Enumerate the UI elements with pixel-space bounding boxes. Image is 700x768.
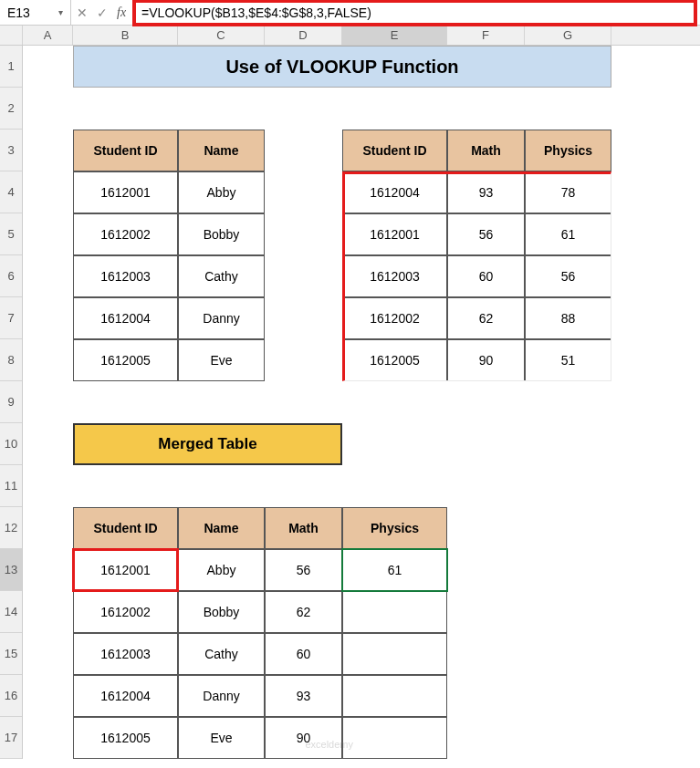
row-header[interactable]: 12	[0, 507, 22, 549]
row-header[interactable]: 8	[0, 339, 22, 381]
cell-area[interactable]: Use of VLOOKUP Function Merged Table Stu…	[23, 46, 700, 759]
cell[interactable]: Bobby	[178, 213, 265, 255]
col-header[interactable]: E	[342, 26, 447, 45]
row-header[interactable]: 15	[0, 633, 22, 675]
cell[interactable]: 1612004	[73, 297, 178, 339]
cell[interactable]: 62	[265, 591, 342, 633]
cell[interactable]	[342, 717, 447, 759]
fx-icon[interactable]: fx	[117, 5, 126, 20]
cell[interactable]: Danny	[178, 297, 265, 339]
chevron-down-icon[interactable]: ▾	[58, 7, 63, 17]
col-header[interactable]: F	[447, 26, 525, 45]
col-header[interactable]: A	[23, 26, 73, 45]
cell[interactable]: 1612005	[73, 717, 178, 759]
cell[interactable]: 93	[265, 675, 342, 717]
page-title: Use of VLOOKUP Function	[73, 46, 611, 88]
cell[interactable]: 56	[525, 255, 611, 297]
col-header[interactable]: D	[265, 26, 342, 45]
cell[interactable]: 1612003	[342, 255, 447, 297]
formula-text: =VLOOKUP($B13,$E$4:$G$8,3,FALSE)	[141, 5, 371, 20]
cell[interactable]: 93	[447, 171, 525, 213]
col-header[interactable]: G	[525, 26, 611, 45]
row-header[interactable]: 2	[0, 88, 22, 130]
cell[interactable]: 61	[342, 549, 447, 591]
cell[interactable]: Name	[178, 130, 265, 171]
cell[interactable]: Math	[447, 130, 525, 171]
cell[interactable]: 1612001	[73, 171, 178, 213]
col-header[interactable]: C	[178, 26, 265, 45]
spreadsheet-grid: A B C D E F G 1 2 3 4 5 6 7 8 9 10 11 12…	[0, 26, 700, 759]
cell[interactable]: Name	[178, 507, 265, 549]
row-headers: 1 2 3 4 5 6 7 8 9 10 11 12 13 14 15 16 1…	[0, 46, 23, 759]
cell[interactable]	[342, 633, 447, 675]
cell[interactable]: 1612002	[73, 591, 178, 633]
row-header[interactable]: 3	[0, 130, 22, 171]
cell[interactable]: 78	[525, 171, 611, 213]
cell[interactable]: 1612004	[342, 171, 447, 213]
cell[interactable]: Eve	[178, 339, 265, 381]
cell[interactable]: 1612003	[73, 255, 178, 297]
cell[interactable]: 62	[447, 297, 525, 339]
formula-bar: E13 ▾ ✕ ✓ fx =VLOOKUP($B13,$E$4:$G$8,3,F…	[0, 0, 700, 26]
cell[interactable]: Cathy	[178, 633, 265, 675]
cell[interactable]	[342, 675, 447, 717]
row-header[interactable]: 16	[0, 675, 22, 717]
cell[interactable]: Abby	[178, 549, 265, 591]
cell[interactable]: Student ID	[73, 507, 178, 549]
row-header[interactable]: 5	[0, 213, 22, 255]
cell[interactable]: 88	[525, 297, 611, 339]
row-header[interactable]: 7	[0, 297, 22, 339]
cell[interactable]: 1612001	[73, 549, 178, 591]
cell[interactable]: 1612001	[342, 213, 447, 255]
cell[interactable]: Bobby	[178, 591, 265, 633]
row-header[interactable]: 10	[0, 423, 22, 465]
cell[interactable]: 1612004	[73, 675, 178, 717]
cancel-icon[interactable]: ✕	[77, 5, 88, 20]
row-header[interactable]: 13	[0, 549, 22, 591]
cell[interactable]: 60	[447, 255, 525, 297]
cell[interactable]: Cathy	[178, 255, 265, 297]
row-header[interactable]: 14	[0, 591, 22, 633]
cell[interactable]: 1612002	[73, 213, 178, 255]
cell[interactable]: Danny	[178, 675, 265, 717]
formula-bar-icons: ✕ ✓ fx	[71, 0, 131, 25]
row-header[interactable]: 11	[0, 465, 22, 507]
cell[interactable]: Physics	[525, 130, 611, 171]
cell[interactable]: Eve	[178, 717, 265, 759]
name-box[interactable]: E13 ▾	[0, 0, 71, 25]
cell[interactable]	[342, 591, 447, 633]
cell[interactable]: 90	[265, 717, 342, 759]
row-header[interactable]: 4	[0, 171, 22, 213]
cell[interactable]: 56	[265, 549, 342, 591]
cell[interactable]: 61	[525, 213, 611, 255]
cell[interactable]: 1612005	[342, 339, 447, 381]
row-header[interactable]: 6	[0, 255, 22, 297]
row-header[interactable]: 1	[0, 46, 22, 88]
select-all-triangle[interactable]	[0, 26, 23, 45]
cell[interactable]: 1612005	[73, 339, 178, 381]
name-box-value: E13	[7, 5, 30, 20]
cell[interactable]: Math	[265, 507, 342, 549]
cell[interactable]: 90	[447, 339, 525, 381]
merged-table-title: Merged Table	[73, 423, 342, 465]
cell[interactable]: Physics	[342, 507, 447, 549]
row-header[interactable]: 17	[0, 717, 22, 759]
cell[interactable]: 56	[447, 213, 525, 255]
cell[interactable]: Student ID	[73, 130, 178, 171]
col-header[interactable]: B	[73, 26, 178, 45]
column-headers: A B C D E F G	[0, 26, 700, 46]
check-icon[interactable]: ✓	[97, 5, 108, 20]
cell[interactable]: 60	[265, 633, 342, 675]
cell[interactable]: Student ID	[342, 130, 447, 171]
cell[interactable]: 1612003	[73, 633, 178, 675]
row-header[interactable]: 9	[0, 381, 22, 423]
formula-input[interactable]: =VLOOKUP($B13,$E$4:$G$8,3,FALSE)	[133, 0, 696, 26]
cell[interactable]: 51	[525, 339, 611, 381]
cell[interactable]: 1612002	[342, 297, 447, 339]
cell[interactable]: Abby	[178, 171, 265, 213]
